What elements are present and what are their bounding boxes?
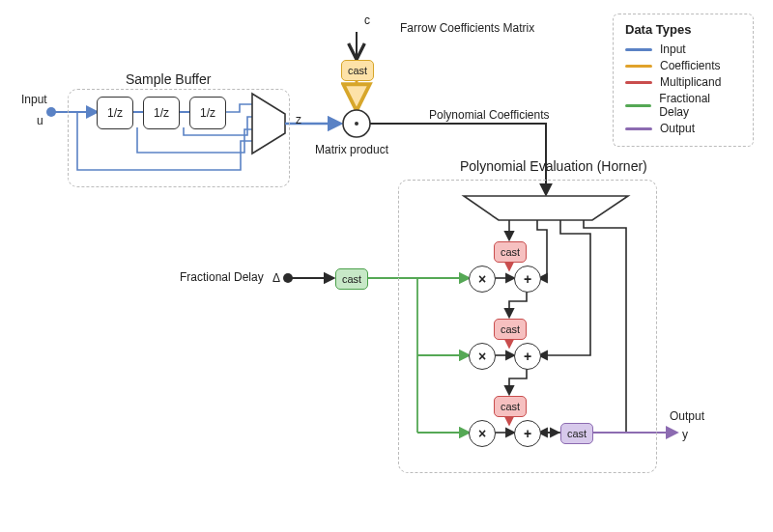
legend-box: Data Types Input Coefficients Multiplica… [613,14,754,147]
cast-output: cast [560,423,593,444]
delay-block-3: 1/z [189,97,226,129]
legend-label: Input [660,42,686,56]
legend-item-coef: Coefficients [625,59,741,72]
legend-label: Multiplicand [660,75,721,89]
horner-title: Polynomial Evaluation (Horner) [460,158,647,174]
z-label: z [296,113,301,126]
multiply-op-3: × [469,420,496,447]
legend-item-frac: Fractional Delay [625,92,741,119]
multiply-op-1: × [469,266,496,293]
cast-fractional-delay: cast [335,268,368,290]
output-label: Output [670,409,704,423]
farrow-title: Farrow Coefficients Matrix [400,21,534,35]
matrix-product-label: Matrix product [315,143,388,156]
input-label: Input [21,93,47,106]
svg-point-7 [355,122,358,126]
farrow-c-symbol: c [364,14,370,27]
output-symbol: y [682,428,688,441]
frac-delay-label: Fractional Delay [180,270,264,284]
legend-item-mult: Multiplicand [625,75,741,89]
delay-block-2: 1/z [143,97,180,129]
add-op-3: + [514,420,541,447]
cast-multiplicand-3: cast [494,396,527,417]
cast-multiplicand-1: cast [494,241,527,263]
frac-delay-symbol: Δ [272,271,280,285]
legend-title: Data Types [625,22,741,37]
cast-coefficients: cast [341,60,374,81]
input-symbol: u [37,114,43,127]
legend-item-input: Input [625,42,741,56]
cast-multiplicand-2: cast [494,319,527,340]
legend-label: Coefficients [660,59,720,72]
poly-coef-label: Polynomial Coefficients [429,108,550,122]
add-op-1: + [514,266,541,293]
add-op-2: + [514,343,541,370]
frac-delay-port-icon [283,273,293,283]
legend-label: Output [660,122,695,135]
legend-item-out: Output [625,122,741,135]
multiply-op-2: × [469,343,496,370]
sample-buffer-title: Sample Buffer [126,71,211,87]
input-port-icon [46,107,56,117]
legend-label: Fractional Delay [659,92,741,119]
delay-block-1: 1/z [97,97,133,129]
